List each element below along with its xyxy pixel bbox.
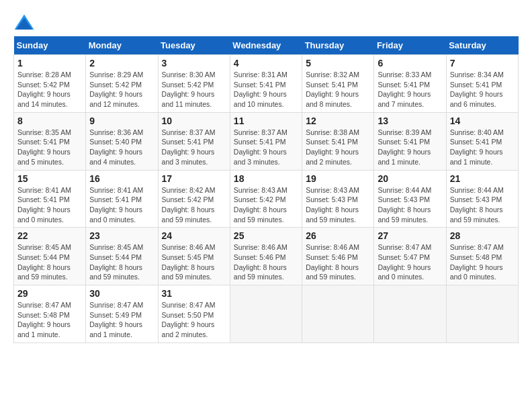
calendar-cell: 4 Sunrise: 8:31 AM Sunset: 5:41 PM Dayli… [230,55,302,113]
calendar-cell: 30 Sunrise: 8:47 AM Sunset: 5:49 PM Dayl… [86,285,158,343]
day-info: Sunrise: 8:33 AM Sunset: 5:41 PM Dayligh… [378,70,442,109]
day-number: 13 [378,116,442,126]
calendar-cell [374,285,446,343]
day-info: Sunrise: 8:41 AM Sunset: 5:41 PM Dayligh… [89,185,154,225]
day-info: Sunrise: 8:32 AM Sunset: 5:41 PM Dayligh… [306,70,370,109]
day-info: Sunrise: 8:42 AM Sunset: 5:42 PM Dayligh… [162,185,226,225]
calendar-header-saturday: Saturday [446,36,518,55]
calendar-cell: 13 Sunrise: 8:39 AM Sunset: 5:41 PM Dayl… [374,112,446,170]
day-number: 12 [306,116,370,126]
calendar-week-row: 15 Sunrise: 8:41 AM Sunset: 5:41 PM Dayl… [14,170,519,228]
calendar-week-row: 22 Sunrise: 8:45 AM Sunset: 5:44 PM Dayl… [14,228,519,285]
day-number: 7 [450,58,515,68]
day-number: 23 [89,230,154,241]
calendar-header-wednesday: Wednesday [230,36,302,55]
calendar-cell: 19 Sunrise: 8:43 AM Sunset: 5:43 PM Dayl… [302,170,374,228]
calendar-cell: 17 Sunrise: 8:42 AM Sunset: 5:42 PM Dayl… [158,170,230,228]
calendar-header-tuesday: Tuesday [158,36,230,55]
day-info: Sunrise: 8:35 AM Sunset: 5:41 PM Dayligh… [17,128,82,167]
calendar-cell: 18 Sunrise: 8:43 AM Sunset: 5:42 PM Dayl… [230,170,302,228]
day-number: 1 [17,58,82,68]
calendar-week-row: 29 Sunrise: 8:47 AM Sunset: 5:48 PM Dayl… [14,285,519,343]
day-number: 19 [306,173,370,184]
logo-icon [13,13,35,32]
day-info: Sunrise: 8:46 AM Sunset: 5:46 PM Dayligh… [234,242,298,282]
calendar-cell: 1 Sunrise: 8:28 AM Sunset: 5:42 PM Dayli… [14,55,86,113]
day-number: 30 [89,288,154,299]
calendar-table: SundayMondayTuesdayWednesdayThursdayFrid… [13,36,519,343]
day-number: 25 [234,230,298,241]
calendar-cell [446,285,518,343]
day-number: 2 [89,58,154,68]
day-number: 4 [234,58,298,68]
calendar-cell: 26 Sunrise: 8:46 AM Sunset: 5:46 PM Dayl… [302,228,374,285]
day-number: 27 [378,230,442,241]
calendar-cell: 8 Sunrise: 8:35 AM Sunset: 5:41 PM Dayli… [14,112,86,170]
day-info: Sunrise: 8:47 AM Sunset: 5:49 PM Dayligh… [89,300,154,340]
calendar-cell: 29 Sunrise: 8:47 AM Sunset: 5:48 PM Dayl… [14,285,86,343]
day-number: 6 [378,58,442,68]
day-info: Sunrise: 8:29 AM Sunset: 5:42 PM Dayligh… [89,70,154,109]
calendar-header-friday: Friday [374,36,446,55]
calendar-cell: 16 Sunrise: 8:41 AM Sunset: 5:41 PM Dayl… [86,170,158,228]
calendar-header-row: SundayMondayTuesdayWednesdayThursdayFrid… [14,36,519,55]
calendar-cell: 21 Sunrise: 8:44 AM Sunset: 5:43 PM Dayl… [446,170,518,228]
calendar-cell: 3 Sunrise: 8:30 AM Sunset: 5:42 PM Dayli… [158,55,230,113]
calendar-cell: 25 Sunrise: 8:46 AM Sunset: 5:46 PM Dayl… [230,228,302,285]
day-number: 22 [17,230,82,241]
day-number: 5 [306,58,370,68]
calendar-cell [230,285,302,343]
day-info: Sunrise: 8:40 AM Sunset: 5:41 PM Dayligh… [450,128,515,167]
day-number: 16 [89,173,154,184]
day-info: Sunrise: 8:31 AM Sunset: 5:41 PM Dayligh… [234,70,298,109]
day-info: Sunrise: 8:37 AM Sunset: 5:41 PM Dayligh… [234,128,298,167]
day-number: 24 [162,230,226,241]
calendar-cell: 28 Sunrise: 8:47 AM Sunset: 5:48 PM Dayl… [446,228,518,285]
day-info: Sunrise: 8:44 AM Sunset: 5:43 PM Dayligh… [378,185,442,225]
day-number: 20 [378,173,442,184]
calendar-week-row: 1 Sunrise: 8:28 AM Sunset: 5:42 PM Dayli… [14,55,519,113]
day-info: Sunrise: 8:28 AM Sunset: 5:42 PM Dayligh… [17,70,82,109]
day-info: Sunrise: 8:46 AM Sunset: 5:45 PM Dayligh… [162,242,226,282]
calendar-cell: 5 Sunrise: 8:32 AM Sunset: 5:41 PM Dayli… [302,55,374,113]
calendar-week-row: 8 Sunrise: 8:35 AM Sunset: 5:41 PM Dayli… [14,112,519,170]
day-number: 9 [89,116,154,126]
day-info: Sunrise: 8:30 AM Sunset: 5:42 PM Dayligh… [162,70,226,109]
calendar-cell: 2 Sunrise: 8:29 AM Sunset: 5:42 PM Dayli… [86,55,158,113]
day-info: Sunrise: 8:37 AM Sunset: 5:41 PM Dayligh… [162,128,226,167]
calendar-cell: 6 Sunrise: 8:33 AM Sunset: 5:41 PM Dayli… [374,55,446,113]
day-number: 17 [162,173,226,184]
day-number: 18 [234,173,298,184]
day-info: Sunrise: 8:41 AM Sunset: 5:41 PM Dayligh… [17,185,82,225]
day-info: Sunrise: 8:43 AM Sunset: 5:42 PM Dayligh… [234,185,298,225]
calendar-cell: 9 Sunrise: 8:36 AM Sunset: 5:40 PM Dayli… [86,112,158,170]
day-number: 26 [306,230,370,241]
calendar-cell: 20 Sunrise: 8:44 AM Sunset: 5:43 PM Dayl… [374,170,446,228]
day-number: 28 [450,230,515,241]
day-info: Sunrise: 8:39 AM Sunset: 5:41 PM Dayligh… [378,128,442,167]
day-number: 3 [162,58,226,68]
calendar-cell: 27 Sunrise: 8:47 AM Sunset: 5:47 PM Dayl… [374,228,446,285]
day-number: 10 [162,116,226,126]
day-info: Sunrise: 8:34 AM Sunset: 5:41 PM Dayligh… [450,70,515,109]
day-number: 15 [17,173,82,184]
day-number: 11 [234,116,298,126]
calendar-cell: 14 Sunrise: 8:40 AM Sunset: 5:41 PM Dayl… [446,112,518,170]
day-number: 29 [17,288,82,299]
day-info: Sunrise: 8:47 AM Sunset: 5:48 PM Dayligh… [450,242,515,282]
day-info: Sunrise: 8:36 AM Sunset: 5:40 PM Dayligh… [89,128,154,167]
day-info: Sunrise: 8:46 AM Sunset: 5:46 PM Dayligh… [306,242,370,282]
day-number: 21 [450,173,515,184]
logo [13,13,38,32]
page-header [13,13,519,32]
day-number: 8 [17,116,82,126]
day-info: Sunrise: 8:45 AM Sunset: 5:44 PM Dayligh… [89,242,154,282]
calendar-cell: 22 Sunrise: 8:45 AM Sunset: 5:44 PM Dayl… [14,228,86,285]
calendar-header-thursday: Thursday [302,36,374,55]
calendar-cell: 23 Sunrise: 8:45 AM Sunset: 5:44 PM Dayl… [86,228,158,285]
calendar-header-monday: Monday [86,36,158,55]
calendar-cell: 24 Sunrise: 8:46 AM Sunset: 5:45 PM Dayl… [158,228,230,285]
calendar-cell: 10 Sunrise: 8:37 AM Sunset: 5:41 PM Dayl… [158,112,230,170]
calendar-cell: 15 Sunrise: 8:41 AM Sunset: 5:41 PM Dayl… [14,170,86,228]
day-info: Sunrise: 8:47 AM Sunset: 5:50 PM Dayligh… [162,300,226,340]
